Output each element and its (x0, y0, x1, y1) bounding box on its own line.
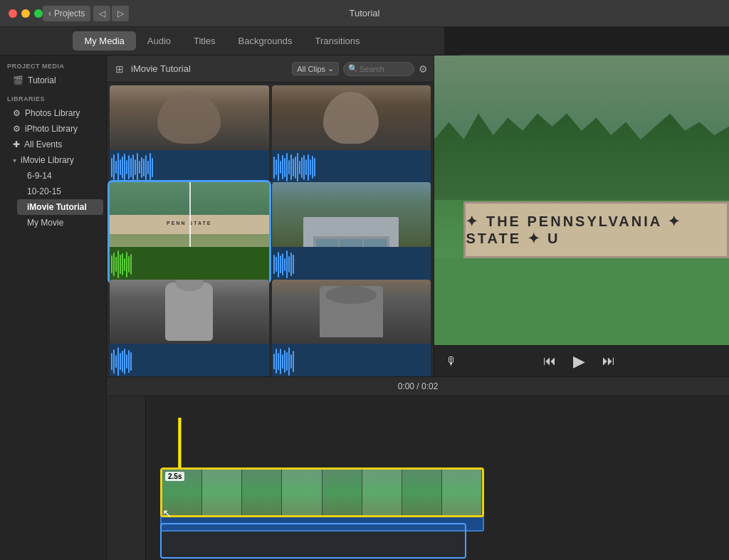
projects-back-button[interactable]: ‹ Projects (43, 6, 90, 21)
back-arrow-button[interactable]: ◁ (93, 6, 110, 21)
timeline-frame (442, 470, 482, 515)
timeline-area[interactable]: 2.5s ↖ (107, 396, 729, 560)
libraries-label: LIBRARIES (0, 88, 106, 105)
preview-controls: 🎙 ⏮ ▶ ⏭ (434, 345, 729, 376)
list-item[interactable] (272, 280, 431, 376)
sidebar: PROJECT MEDIA 🎬 Tutorial LIBRARIES ⚙ Pho… (0, 56, 107, 560)
content-area: ⊞ iMovie Tutorial All Clips ⌄ 🔍 ⚙ (107, 56, 729, 560)
preview-panel: ✦ THE PENNSYLVANIA ✦ STATE ✦ U 🎙 ⏮ ▶ ⏭ (434, 56, 729, 376)
traffic-lights (9, 9, 43, 18)
preview-image: ✦ THE PENNSYLVANIA ✦ STATE ✦ U (434, 56, 729, 345)
grass-area (434, 258, 729, 345)
minimize-button[interactable] (21, 9, 30, 18)
media-toolbar: My Media Audio Titles Backgrounds Transi… (0, 27, 444, 56)
sidebar-item-my-movie[interactable]: My Movie (17, 215, 103, 231)
timeline-frame (242, 470, 282, 515)
sidebar-item-photos-library[interactable]: ⚙ Photos Library (3, 105, 103, 121)
sidebar-item-imovie-library[interactable]: ▾ iMovie Library (3, 152, 103, 168)
tab-titles[interactable]: Titles (182, 31, 227, 51)
iphoto-icon: ⚙ (13, 124, 21, 134)
clip-grid: 2.5s PENN STATE (107, 83, 434, 376)
sidebar-item-10-20-15[interactable]: 10-20-15 (17, 184, 103, 199)
browser-settings-button[interactable]: ⚙ (419, 63, 428, 75)
list-item[interactable] (110, 85, 269, 185)
chevron-left-icon: ‹ (48, 9, 51, 19)
tab-transitions[interactable]: Transitions (303, 31, 371, 51)
timeline-clip-container: 2.5s (160, 467, 484, 532)
photos-icon: ⚙ (13, 108, 21, 118)
timeline-frame (282, 470, 322, 515)
list-item[interactable] (110, 280, 269, 376)
timeline-side-handle (107, 396, 146, 560)
film-icon: 🎬 (13, 75, 23, 85)
timeline-clip[interactable]: 2.5s (160, 467, 484, 517)
media-browser-toolbar: ⊞ iMovie Tutorial All Clips ⌄ 🔍 ⚙ (107, 56, 434, 83)
tab-my-media[interactable]: My Media (73, 31, 135, 51)
fullscreen-button[interactable] (34, 9, 43, 18)
list-item[interactable]: 2.5s PENN STATE (110, 182, 269, 282)
list-item[interactable] (272, 182, 431, 282)
nav-buttons: ‹ Projects ◁ ▷ (43, 6, 129, 21)
window-title: Tutorial (350, 8, 380, 19)
play-button[interactable]: ▶ (570, 349, 588, 374)
titlebar: ‹ Projects ◁ ▷ Tutorial (0, 0, 729, 27)
chevron-down-icon: ⌄ (327, 64, 334, 73)
timeline-clip-badge: 2.5s (165, 472, 184, 481)
timeline-frame (362, 470, 402, 515)
main-layout: PROJECT MEDIA 🎬 Tutorial LIBRARIES ⚙ Pho… (0, 56, 729, 560)
timeline-clip-frames (162, 470, 482, 515)
timeline-frame (202, 470, 242, 515)
add-icon: ✚ (13, 139, 20, 149)
tab-backgrounds[interactable]: Backgrounds (227, 31, 304, 51)
browser-title: iMovie Tutorial (131, 63, 288, 74)
timeline-frame (322, 470, 362, 515)
microphone-button[interactable]: 🎙 (446, 355, 457, 368)
filter-dropdown[interactable]: All Clips ⌄ (292, 62, 339, 75)
timecode-bar: 0:00 / 0:02 (107, 376, 729, 396)
tab-audio[interactable]: Audio (136, 31, 182, 51)
sidebar-item-imovie-tutorial[interactable]: iMovie Tutorial (17, 199, 103, 215)
penn-state-sign: ✦ THE PENNSYLVANIA ✦ STATE ✦ U (463, 201, 729, 258)
timeline-empty-clip (160, 523, 466, 559)
triangle-down-icon: ▾ (13, 157, 16, 164)
layout-toggle-button[interactable]: ⊞ (112, 62, 127, 76)
video-preview: ✦ THE PENNSYLVANIA ✦ STATE ✦ U (434, 56, 729, 345)
playback-controls: ⏮ ▶ ⏭ (540, 349, 618, 374)
search-wrapper: 🔍 (343, 62, 414, 76)
sidebar-item-iphoto-library[interactable]: ⚙ iPhoto Library (3, 121, 103, 137)
timecode-display: 0:00 / 0:02 (398, 381, 439, 391)
project-media-label: PROJECT MEDIA (0, 56, 106, 73)
search-input[interactable] (343, 62, 414, 76)
list-item[interactable] (272, 85, 431, 185)
cursor-arrow: ↖ (162, 507, 172, 520)
penn-state-text: ✦ THE PENNSYLVANIA ✦ STATE ✦ U (466, 213, 727, 247)
forward-arrow-button[interactable]: ▷ (112, 6, 129, 21)
close-button[interactable] (9, 9, 17, 18)
timeline-frame (402, 470, 442, 515)
rewind-button[interactable]: ⏮ (540, 351, 559, 371)
fast-forward-button[interactable]: ⏭ (599, 351, 618, 371)
sidebar-item-tutorial[interactable]: 🎬 Tutorial (3, 73, 103, 88)
sidebar-item-6-9-14[interactable]: 6-9-14 (17, 168, 103, 184)
media-browser: ⊞ iMovie Tutorial All Clips ⌄ 🔍 ⚙ (107, 56, 434, 376)
sidebar-item-all-events[interactable]: ✚ All Events (3, 137, 103, 152)
